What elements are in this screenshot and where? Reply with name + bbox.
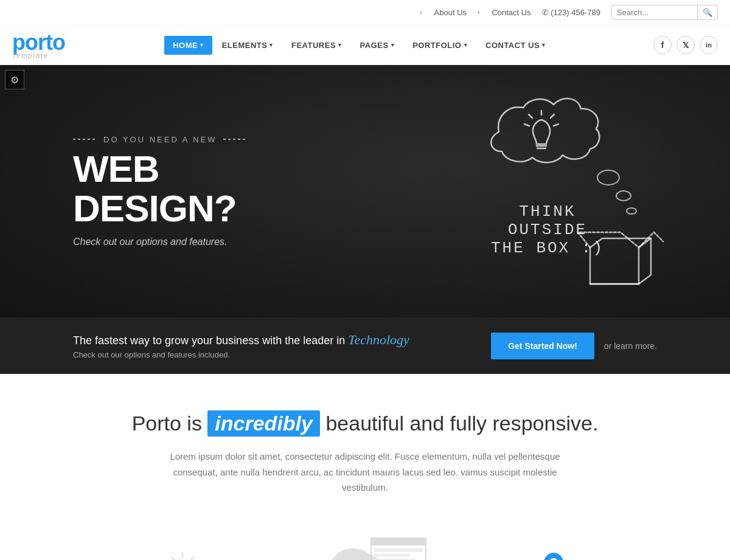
logo-subtitle: template xyxy=(13,52,49,59)
chalk-drawing: THINK OUTSIDE THE BOX :) xyxy=(401,83,693,302)
phone-number: ✆ (123) 456-789 xyxy=(542,8,600,17)
cta-banner: The fastest way to grow your business wi… xyxy=(0,317,730,374)
svg-point-7 xyxy=(597,170,619,185)
chevron-contact: › xyxy=(478,9,479,16)
svg-text:THINK: THINK xyxy=(519,202,575,221)
map-pin-item xyxy=(541,550,566,561)
nav-elements[interactable]: ELEMENTS ▾ xyxy=(214,36,282,55)
decorative-line-left xyxy=(73,139,97,140)
twitter-icon[interactable]: 𝕏 xyxy=(676,36,695,54)
svg-line-5 xyxy=(554,124,558,126)
svg-text:OUTSIDE: OUTSIDE xyxy=(508,221,587,239)
svg-line-6 xyxy=(524,124,529,126)
svg-line-4 xyxy=(529,114,532,118)
device-mockup xyxy=(310,526,432,561)
chevron-down-icon: ▾ xyxy=(200,42,204,48)
svg-line-20 xyxy=(172,558,175,561)
hero-content: DO YOU NEED A NEW WEB DESIGN? Check out … xyxy=(0,135,341,247)
linkedin-icon[interactable]: in xyxy=(700,36,718,54)
device-mockup-item xyxy=(310,526,432,561)
chevron-down-icon: ▾ xyxy=(391,42,395,48)
svg-line-3 xyxy=(551,114,554,118)
hero-title: WEB DESIGN? xyxy=(73,149,316,228)
nav-contact[interactable]: CONTACT US ▾ xyxy=(477,36,554,55)
hero-section: ⚙ DO YOU NEED A NEW WEB DESIGN? Check ou… xyxy=(0,65,730,317)
nav-pages[interactable]: PAGES ▾ xyxy=(352,36,403,55)
highlight-box: incredibly xyxy=(207,410,320,437)
top-bar: › About Us › Contact Us ✆ (123) 456-789 … xyxy=(0,0,730,26)
cta-text: The fastest way to grow your business wi… xyxy=(73,332,409,359)
map-pin-icon xyxy=(541,550,566,561)
main-nav: HOME ▾ ELEMENTS ▾ FEATURES ▾ PAGES ▾ POR… xyxy=(164,36,554,55)
tech-highlight: Technology xyxy=(348,332,409,347)
settings-cog-button[interactable]: ⚙ xyxy=(5,70,24,89)
svg-rect-33 xyxy=(374,554,410,557)
cta-sub-text: Check out our options and features inclu… xyxy=(73,350,409,359)
content-body: Lorem ipsum dolor sit amet, consectetur … xyxy=(152,449,578,496)
chevron-down-icon: ▾ xyxy=(269,42,273,48)
contact-link[interactable]: Contact Us xyxy=(492,8,530,17)
content-section: Porto is incredibly beautiful and fully … xyxy=(0,374,730,560)
chevron-down-icon: ▾ xyxy=(542,42,546,48)
get-started-button[interactable]: Get Started Now! xyxy=(491,333,594,359)
hero-pre-title: DO YOU NEED A NEW xyxy=(73,135,316,144)
svg-text:THE BOX :): THE BOX :) xyxy=(491,239,604,257)
chevron-down-icon: ▾ xyxy=(464,42,468,48)
search-input[interactable] xyxy=(612,5,697,19)
header: porto template HOME ▾ ELEMENTS ▾ FEATURE… xyxy=(0,26,730,65)
about-link[interactable]: About Us xyxy=(434,8,467,17)
sun-icon xyxy=(164,550,201,561)
svg-point-8 xyxy=(616,191,631,201)
logo: porto template xyxy=(12,32,65,59)
bottom-icons-row xyxy=(73,526,657,561)
sun-icon-item xyxy=(164,550,201,561)
chevron-down-icon: ▾ xyxy=(338,42,342,48)
social-icons: f 𝕏 in xyxy=(653,36,718,54)
phone-icon: ✆ xyxy=(542,8,549,17)
search-button[interactable]: 🔍 xyxy=(697,5,717,19)
facebook-icon[interactable]: f xyxy=(653,36,672,54)
decorative-line-right xyxy=(223,139,248,140)
svg-rect-32 xyxy=(374,548,423,552)
svg-rect-31 xyxy=(371,538,426,545)
content-headline: Porto is incredibly beautiful and fully … xyxy=(73,410,657,437)
nav-home[interactable]: HOME ▾ xyxy=(164,36,212,55)
chevron-about: › xyxy=(420,9,422,16)
svg-point-9 xyxy=(627,208,636,214)
logo-text[interactable]: porto xyxy=(12,32,65,54)
hero-subtitle: Check out our options and features. xyxy=(73,237,316,247)
nav-portfolio[interactable]: PORTFOLIO ▾ xyxy=(404,36,476,55)
cta-main-text: The fastest way to grow your business wi… xyxy=(73,332,409,348)
svg-line-22 xyxy=(190,558,193,561)
search-box: 🔍 xyxy=(611,5,718,20)
learn-more-text: or learn more. xyxy=(604,341,657,351)
nav-features[interactable]: FEATURES ▾ xyxy=(283,36,350,55)
cta-actions: Get Started Now! or learn more. xyxy=(491,333,657,359)
